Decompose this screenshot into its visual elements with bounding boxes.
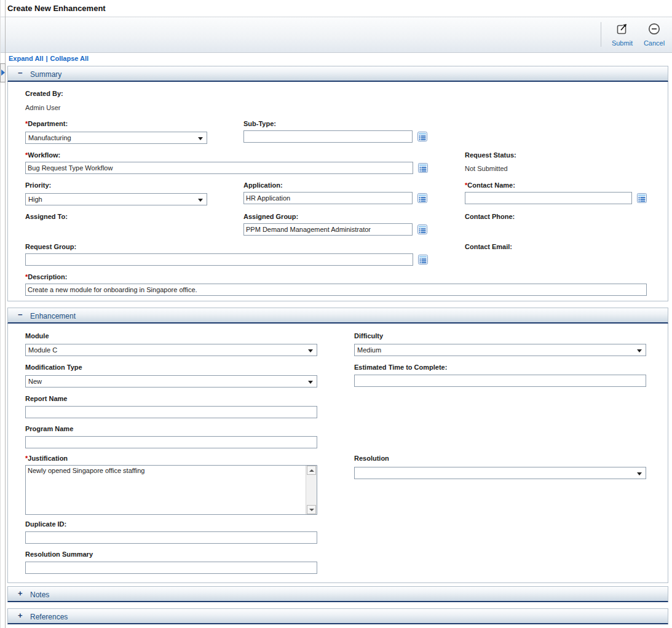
sub-type-label: Sub-Type: <box>243 120 276 127</box>
scroll-down-icon[interactable] <box>307 505 316 514</box>
left-panel-edge <box>0 0 1 628</box>
create-new-enhancement-page: Create New Enhancement Submit <box>0 0 672 628</box>
report-name-input[interactable] <box>25 406 317 418</box>
expand-plus-icon[interactable]: + <box>18 611 23 620</box>
caret-down-icon <box>637 349 642 352</box>
resolution-label: Resolution <box>354 455 389 462</box>
cancel-icon <box>647 22 662 36</box>
caret-down-icon <box>198 199 203 202</box>
expand-collapse-links: Expand All|Collapse All <box>9 55 89 62</box>
application-input[interactable] <box>243 192 413 204</box>
action-toolbar: Submit Cancel <box>0 17 672 53</box>
resolution-select[interactable] <box>354 467 646 479</box>
workflow-input[interactable] <box>25 162 413 174</box>
justification-scrollbar[interactable] <box>306 466 317 514</box>
submit-icon <box>615 22 630 36</box>
contact-phone-label: Contact Phone: <box>465 213 515 220</box>
duplicate-id-input[interactable] <box>25 531 317 544</box>
contact-name-label: *Contact Name: <box>465 181 515 189</box>
module-label: Module <box>25 332 49 340</box>
link-separator: | <box>45 55 47 62</box>
submit-button[interactable]: Submit <box>606 22 638 47</box>
cancel-label: Cancel <box>638 39 670 47</box>
application-lookup-icon[interactable] <box>417 193 427 203</box>
sub-type-input[interactable] <box>243 130 413 143</box>
assigned-to-label: Assigned To: <box>25 213 68 220</box>
expand-all-link[interactable]: Expand All <box>9 55 43 62</box>
priority-select[interactable]: High <box>25 193 207 205</box>
enhancement-section-title: Enhancement <box>30 312 76 320</box>
workflow-label: *Workflow: <box>25 151 60 159</box>
collapse-minus-icon[interactable]: − <box>18 69 23 78</box>
request-group-input[interactable] <box>25 253 413 266</box>
page-title: Create New Enhancement <box>7 4 106 13</box>
justification-text: Newly opened Singapore office staffing <box>28 467 304 474</box>
caret-down-icon <box>637 472 642 475</box>
assigned-group-input[interactable] <box>243 223 413 236</box>
report-name-label: Report Name <box>25 395 67 402</box>
scroll-up-icon[interactable] <box>307 466 316 475</box>
department-label: *Department: <box>25 120 68 127</box>
toolbar-divider <box>601 22 601 47</box>
references-section-title: References <box>30 613 68 621</box>
collapse-all-link[interactable]: Collapse All <box>50 55 89 62</box>
workflow-lookup-icon[interactable] <box>418 163 428 173</box>
resolution-summary-label: Resolution Summary <box>25 550 93 558</box>
collapse-minus-icon[interactable]: − <box>18 311 23 319</box>
description-input[interactable] <box>25 284 647 296</box>
estimated-time-label: Estimated Time to Complete: <box>354 364 447 371</box>
description-label: *Description: <box>25 273 67 280</box>
summary-section-body: Created By: Admin User *Department: Manu… <box>7 82 668 301</box>
program-name-input[interactable] <box>25 436 317 448</box>
application-label: Application: <box>243 181 283 189</box>
duplicate-id-label: Duplicate ID: <box>25 520 66 528</box>
difficulty-select[interactable]: Medium <box>354 344 646 356</box>
left-panel-border <box>5 0 6 628</box>
section-header-summary[interactable]: − Summary <box>7 66 668 82</box>
expand-right-arrow-icon <box>1 70 5 76</box>
cancel-button[interactable]: Cancel <box>638 22 670 47</box>
expand-plus-icon[interactable]: + <box>18 589 23 598</box>
estimated-time-input[interactable] <box>354 375 646 387</box>
caret-down-icon <box>308 381 313 384</box>
request-status-label: Request Status: <box>465 151 516 159</box>
modification-type-select[interactable]: New <box>25 375 317 388</box>
justification-label: *Justification <box>25 455 68 462</box>
notes-section-title: Notes <box>30 590 49 599</box>
request-group-lookup-icon[interactable] <box>418 255 428 264</box>
summary-section-title: Summary <box>30 70 61 79</box>
priority-label: Priority: <box>25 181 51 189</box>
justification-textarea[interactable]: Newly opened Singapore office staffing <box>25 465 317 515</box>
module-select[interactable]: Module C <box>25 344 317 356</box>
department-select[interactable]: Manufacturing <box>25 132 207 144</box>
section-header-notes[interactable]: + Notes <box>7 586 668 602</box>
created-by-label: Created By: <box>25 90 63 97</box>
program-name-label: Program Name <box>25 425 73 432</box>
section-header-references[interactable]: + References <box>7 608 668 624</box>
contact-name-lookup-icon[interactable] <box>637 193 647 203</box>
request-status-value: Not Submitted <box>465 165 508 172</box>
request-group-label: Request Group: <box>25 243 76 250</box>
contact-name-input[interactable] <box>465 192 632 204</box>
assigned-group-label: Assigned Group: <box>243 213 298 220</box>
modification-type-label: Modification Type <box>25 364 82 371</box>
difficulty-label: Difficulty <box>354 332 383 340</box>
title-bar: Create New Enhancement <box>0 0 672 17</box>
resolution-summary-input[interactable] <box>25 562 317 574</box>
enhancement-section-body: Module Module C Difficulty Medium Modifi… <box>7 324 668 583</box>
section-header-enhancement[interactable]: − Enhancement <box>7 308 668 324</box>
assigned-group-lookup-icon[interactable] <box>417 225 427 234</box>
contact-email-label: Contact Email: <box>465 243 512 250</box>
caret-down-icon <box>198 137 203 140</box>
sidebar-expand-tab[interactable] <box>0 63 6 82</box>
submit-label: Submit <box>606 39 638 47</box>
sub-type-lookup-icon[interactable] <box>417 132 427 141</box>
caret-down-icon <box>308 349 313 352</box>
created-by-value: Admin User <box>25 104 60 111</box>
